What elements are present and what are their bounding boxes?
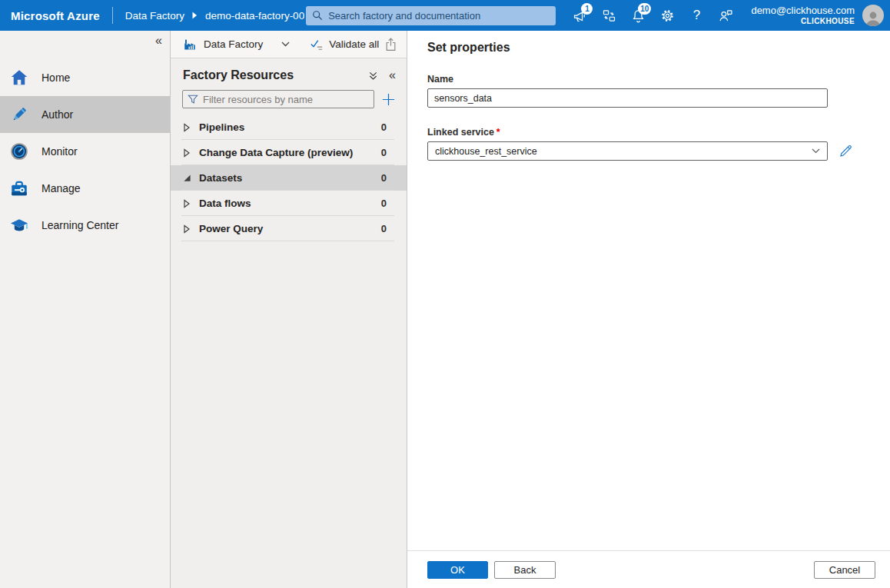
breadcrumb-app[interactable]: Data Factory (125, 10, 184, 22)
directory-switch-icon (601, 8, 617, 24)
validate-all-label: Validate all (329, 38, 379, 50)
sidebar-nav: Home Author (0, 59, 170, 244)
main-layout: « Home Author (0, 31, 890, 588)
tree-row-data-flows[interactable]: Data flows 0 (171, 191, 407, 216)
panel-footer: OK Back Cancel (407, 550, 890, 588)
factory-resources-title: Factory Resources (183, 68, 368, 82)
azure-brand[interactable]: Microsoft Azure (11, 9, 100, 22)
search-input[interactable] (328, 10, 550, 22)
factory-icon (183, 38, 197, 51)
announcements-badge: 1 (581, 3, 593, 15)
share-export-icon (384, 38, 397, 51)
set-properties-body: Set properties Name Linked service* clic… (407, 31, 890, 161)
notifications-badge: 10 (638, 3, 651, 15)
search-icon (312, 10, 323, 21)
ok-button[interactable]: OK (427, 561, 488, 579)
pencil-author-icon (9, 105, 29, 125)
data-factory-selector[interactable]: Data Factory (183, 38, 263, 51)
collapse-all-icon[interactable] (368, 71, 378, 81)
caret-collapsed-icon[interactable] (183, 123, 195, 132)
edit-linked-service-button[interactable] (839, 144, 853, 158)
panel-title: Set properties (427, 41, 890, 55)
caret-collapsed-icon[interactable] (183, 199, 195, 208)
tree-count: 0 (381, 198, 387, 209)
announcements-button[interactable]: 1 (565, 0, 594, 31)
settings-button[interactable] (653, 0, 682, 31)
caret-collapsed-icon[interactable] (183, 224, 195, 234)
home-icon (9, 68, 29, 88)
tree-row-datasets[interactable]: Datasets 0 (171, 165, 407, 191)
filter-resources-input[interactable] (203, 94, 369, 105)
sidebar-item-author[interactable]: Author (0, 96, 170, 133)
name-input[interactable] (427, 88, 828, 108)
graduation-cap-icon (9, 215, 29, 235)
tree-label: Power Query (199, 223, 381, 234)
sidebar-item-label: Manage (42, 182, 81, 194)
sidebar-item-monitor[interactable]: Monitor (0, 133, 170, 170)
tree-label: Data flows (199, 198, 381, 209)
filter-funnel-icon (188, 94, 198, 105)
sidebar-item-label: Learning Center (42, 219, 118, 231)
set-properties-panel: Set properties Name Linked service* clic… (407, 31, 890, 588)
back-button[interactable]: Back (494, 561, 556, 579)
required-asterisk: * (496, 127, 500, 138)
linked-service-row: clickhouse_rest_service (427, 141, 890, 161)
avatar[interactable] (862, 5, 884, 26)
tree-label: Pipelines (199, 121, 381, 133)
caret-collapsed-icon[interactable] (183, 148, 195, 158)
feedback-person-icon (718, 8, 734, 24)
panel-collapse-icon[interactable]: « (389, 69, 396, 81)
tree-label: Datasets (199, 172, 381, 184)
tree-row-pipelines[interactable]: Pipelines 0 (171, 115, 407, 140)
sidebar-item-learning-center[interactable]: Learning Center (0, 207, 170, 244)
validate-check-icon (310, 38, 324, 51)
sidebar-item-label: Home (42, 71, 70, 84)
validate-all-button[interactable]: Validate all (310, 38, 379, 51)
tree-count: 0 (381, 121, 387, 133)
caret-expanded-icon[interactable] (183, 174, 195, 182)
toolbox-manage-icon (9, 178, 29, 198)
global-search (306, 6, 556, 25)
gear-icon (659, 8, 676, 24)
add-resource-button[interactable] (381, 92, 396, 107)
sidebar-item-manage[interactable]: Manage (0, 170, 170, 207)
name-field-label: Name (427, 74, 890, 85)
person-silhouette-icon (864, 9, 882, 26)
help-icon: ? (693, 8, 700, 23)
topbar-icon-cluster: 1 10 ? (565, 0, 740, 31)
linked-service-select[interactable]: clickhouse_rest_service (427, 141, 828, 161)
breadcrumb-instance[interactable]: demo-data-factory-00 (205, 10, 304, 22)
factory-toolbar-title: Data Factory (204, 38, 263, 50)
top-bar: Microsoft Azure Data Factory demo-data-f… (0, 0, 890, 31)
tree-row-change-data-capture[interactable]: Change Data Capture (preview) 0 (171, 140, 407, 165)
factory-resources-header: Factory Resources « (171, 58, 407, 88)
sidebar-item-label: Monitor (42, 145, 78, 158)
factory-dropdown-chevron-icon[interactable] (281, 42, 290, 47)
cancel-button[interactable]: Cancel (814, 561, 875, 579)
sidebar-item-label: Author (42, 108, 73, 121)
tree-count: 0 (381, 172, 387, 184)
factory-toolbar: Data Factory Validate all (171, 31, 407, 58)
resources-tree: Pipelines 0 Change Data Capture (preview… (171, 115, 407, 241)
breadcrumb-caret-icon (192, 12, 198, 19)
linked-service-label: Linked service* (427, 127, 890, 138)
resources-filter (182, 90, 374, 108)
factory-resources-panel: Data Factory Validate all Factory Resour… (171, 31, 407, 588)
share-button[interactable] (384, 38, 397, 51)
plus-icon (381, 92, 396, 107)
help-button[interactable]: ? (682, 0, 711, 31)
feedback-button[interactable] (711, 0, 740, 31)
select-chevron-down-icon (812, 148, 820, 154)
tree-count: 0 (381, 223, 387, 234)
tree-row-power-query[interactable]: Power Query 0 (171, 216, 407, 241)
account-menu[interactable]: demo@clickhouse.com CLICKHOUSE (751, 5, 855, 27)
notifications-button[interactable]: 10 (623, 0, 653, 31)
resources-header-actions: « (368, 69, 396, 81)
linked-service-value: clickhouse_rest_service (435, 146, 537, 157)
account-email: demo@clickhouse.com (751, 5, 855, 17)
sidebar-item-home[interactable]: Home (0, 59, 170, 96)
sidebar-collapse-icon[interactable]: « (155, 34, 162, 48)
directory-switch-button[interactable] (594, 0, 623, 31)
account-tenant: CLICKHOUSE (751, 17, 855, 27)
left-sidebar: « Home Author (0, 31, 171, 588)
